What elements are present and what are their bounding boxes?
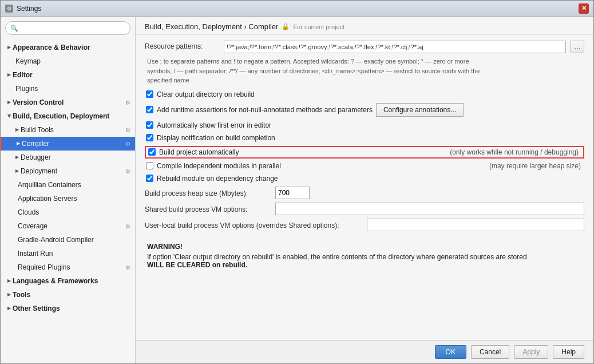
- compile-parallel-checkbox[interactable]: [146, 162, 153, 169]
- sidebar-item-label: Coverage: [18, 221, 47, 231]
- user-vm-label: User-local build process VM options (ove…: [145, 220, 362, 230]
- build-automatically-note: (only works while not running / debuggin…: [450, 148, 581, 156]
- arrow-icon: ▶: [7, 99, 11, 106]
- resource-patterns-input[interactable]: [224, 41, 566, 53]
- resource-patterns-row: Resource patterns: …: [145, 41, 584, 53]
- sidebar-item-label: Instant Run: [18, 248, 53, 259]
- sidebar-item-label: Plugins: [15, 84, 38, 94]
- settings-icon: ⚙: [125, 222, 130, 231]
- user-vm-input[interactable]: [367, 219, 584, 231]
- rebuild-dependency-label: Rebuild module on dependency change: [157, 175, 278, 183]
- runtime-assertions-label: Add runtime assertions for not-null-anno…: [157, 106, 373, 114]
- cancel-button[interactable]: Cancel: [471, 345, 509, 359]
- window-title: Settings: [17, 5, 579, 13]
- sidebar-item-label: Tools: [13, 290, 30, 300]
- warning-text-bold: WILL BE CLEARED on rebuild.: [147, 261, 247, 269]
- sidebar-item-label: Required Plugins: [18, 262, 70, 272]
- build-automatically-checkbox[interactable]: [148, 148, 156, 156]
- sidebar-item-label: Version Control: [13, 97, 64, 108]
- show-first-error-checkbox[interactable]: [146, 121, 153, 129]
- sidebar-item-label: Other Settings: [13, 303, 60, 314]
- heap-size-input[interactable]: [275, 187, 310, 199]
- clear-output-label: Clear output directory on rebuild: [157, 90, 255, 98]
- heap-size-row: Build process heap size (Mbytes):: [145, 187, 584, 199]
- display-notification-label: Display notification on build completion: [157, 134, 275, 142]
- sidebar-item-build-tools[interactable]: ▶ Build Tools ⚙: [1, 123, 135, 137]
- clear-output-checkbox[interactable]: [146, 90, 153, 98]
- sidebar-item-version-control[interactable]: ▶ Version Control ⚙: [1, 96, 135, 109]
- sidebar-item-coverage[interactable]: Coverage ⚙: [1, 219, 135, 233]
- apply-button[interactable]: Apply: [514, 345, 548, 359]
- help-button[interactable]: Help: [553, 345, 584, 359]
- settings-icon: ⚙: [125, 167, 130, 176]
- sidebar-item-label: Gradle-Android Compiler: [18, 235, 94, 245]
- checkbox-runtime-assertions: Add runtime assertions for not-null-anno…: [145, 102, 584, 117]
- panel-body: Resource patterns: … Use ; to separate p…: [136, 35, 593, 340]
- sidebar-item-debugger[interactable]: ▶ Debugger: [1, 151, 135, 164]
- content-area: 🔍 ▶ Appearance & Behavior Keymap: [1, 17, 593, 363]
- checkbox-clear-output: Clear output directory on rebuild: [145, 90, 584, 99]
- sidebar-item-label: Build, Execution, Deployment: [13, 111, 109, 121]
- sidebar-item-build-execution[interactable]: ▶ Build, Execution, Deployment: [1, 109, 135, 123]
- sidebar-item-required-plugins[interactable]: Required Plugins ⚙: [1, 260, 135, 274]
- heap-size-label: Build process heap size (Mbytes):: [145, 188, 271, 197]
- search-box[interactable]: 🔍: [5, 21, 130, 35]
- arrow-icon: ▶: [7, 44, 11, 51]
- arrow-icon: ▶: [7, 278, 11, 284]
- sidebar-item-instant-run[interactable]: Instant Run: [1, 247, 135, 260]
- display-notification-checkbox[interactable]: [146, 134, 153, 141]
- window-icon: ⚙: [5, 5, 13, 13]
- sidebar-item-label: Debugger: [21, 152, 51, 163]
- sidebar-item-label: Editor: [13, 70, 33, 80]
- sidebar-item-plugins[interactable]: Plugins: [1, 82, 135, 96]
- sidebar-item-appearance[interactable]: ▶ Appearance & Behavior: [1, 41, 135, 54]
- shared-vm-input[interactable]: [275, 203, 584, 215]
- arrow-icon: ▶: [6, 114, 13, 118]
- user-vm-row: User-local build process VM options (ove…: [145, 219, 584, 231]
- checkbox-rebuild-dependency: Rebuild module on dependency change: [145, 174, 584, 183]
- arrow-icon: ▶: [7, 72, 11, 78]
- warning-title: WARNING!: [147, 243, 582, 251]
- sidebar-item-deployment[interactable]: ▶ Deployment ⚙: [1, 164, 135, 178]
- arrow-icon: ▶: [15, 126, 19, 133]
- main-panel: Build, Execution, Deployment › Compiler …: [136, 17, 593, 363]
- warning-text-normal: If option 'Clear output directory on reb…: [147, 253, 527, 261]
- sidebar-item-app-servers[interactable]: Application Servers: [1, 192, 135, 205]
- sidebar-item-gradle-android[interactable]: Gradle-Android Compiler: [1, 233, 135, 247]
- build-automatically-label: Build project automatically: [159, 148, 239, 156]
- ok-button[interactable]: OK: [435, 345, 466, 359]
- arrow-icon: ▶: [15, 168, 19, 175]
- bottom-bar: OK Cancel Apply Help: [136, 340, 593, 363]
- configure-annotations-button[interactable]: Configure annotations...: [376, 103, 464, 117]
- sidebar-item-clouds[interactable]: Clouds: [1, 205, 135, 219]
- shared-vm-row: Shared build process VM options:: [145, 203, 584, 215]
- sidebar-item-editor[interactable]: ▶ Editor: [1, 68, 135, 82]
- sidebar-item-arquillian[interactable]: Arquillian Containers: [1, 178, 135, 192]
- settings-window: ⚙ Settings ✕ 🔍 ▶ Appearance & Behavior: [0, 0, 594, 364]
- sidebar-item-label: Compiler: [22, 139, 49, 149]
- checkbox-show-first-error: Automatically show first error in editor: [145, 121, 584, 130]
- close-button[interactable]: ✕: [579, 3, 589, 14]
- arrow-icon: ▶: [7, 305, 11, 312]
- rebuild-dependency-checkbox[interactable]: [146, 175, 153, 182]
- warning-text: If option 'Clear output directory on reb…: [147, 253, 582, 269]
- sidebar-item-languages[interactable]: ▶ Languages & Frameworks: [1, 274, 135, 288]
- sidebar-item-other-settings[interactable]: ▶ Other Settings: [1, 302, 135, 315]
- sidebar-item-tools[interactable]: ▶ Tools: [1, 288, 135, 302]
- sidebar-item-compiler[interactable]: ▶ Compiler ⚙: [1, 137, 135, 151]
- sidebar-item-label: Appearance & Behavior: [13, 42, 90, 53]
- panel-breadcrumb: Build, Execution, Deployment › Compiler: [145, 22, 278, 31]
- sidebar-item-label: Deployment: [21, 166, 57, 176]
- sidebar-item-keymap[interactable]: Keymap: [1, 54, 135, 68]
- checkbox-build-automatically: Build project automatically (only works …: [145, 146, 584, 159]
- browse-button[interactable]: …: [571, 41, 584, 53]
- resource-patterns-hint: Use ; to separate patterns and ! to nega…: [147, 57, 584, 85]
- sidebar-item-label: Arquillian Containers: [18, 180, 81, 190]
- sidebar-item-label: Keymap: [15, 56, 41, 66]
- checkbox-compile-parallel: Compile independent modules in parallel …: [145, 161, 584, 171]
- search-input[interactable]: [21, 24, 125, 32]
- settings-icon: ⚙: [125, 140, 130, 148]
- shared-vm-label: Shared build process VM options:: [145, 204, 271, 213]
- runtime-assertions-checkbox[interactable]: [146, 106, 153, 113]
- sidebar-item-label: Application Servers: [18, 193, 77, 204]
